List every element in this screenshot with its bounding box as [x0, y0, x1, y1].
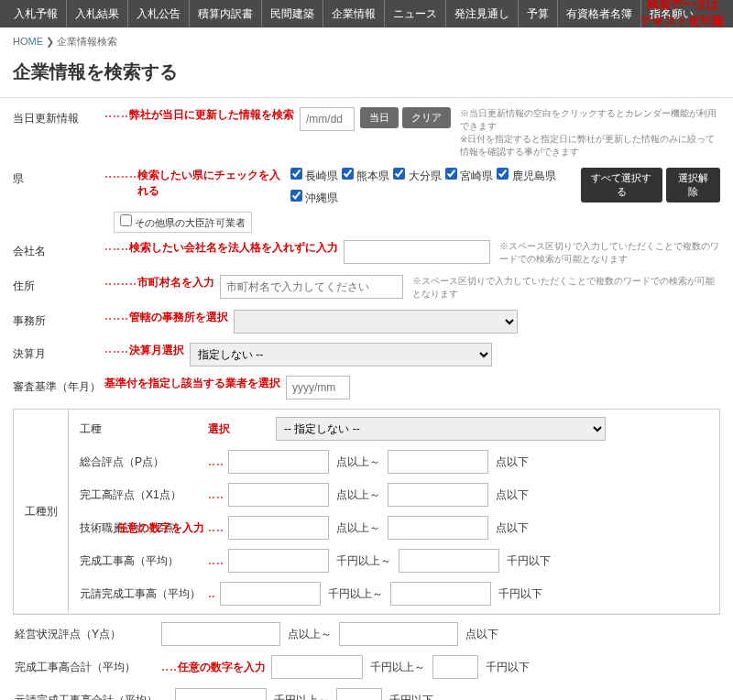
p-min[interactable] [228, 450, 329, 474]
y-max[interactable] [339, 622, 458, 646]
nav-item[interactable]: 入札結果 [67, 0, 128, 27]
hint-office: 管轄の事務所を選択 [129, 310, 228, 325]
office-select[interactable] [234, 310, 518, 334]
frame-side: 工種別 [14, 410, 69, 613]
breadcrumb-home[interactable]: HOME [13, 36, 43, 47]
nav-item[interactable]: 入札公告 [128, 0, 190, 27]
label-month: 決算月 [13, 343, 104, 362]
pref-check[interactable]: 宮崎県 [445, 168, 493, 184]
mt-min[interactable] [175, 688, 267, 700]
moto-min[interactable] [220, 582, 321, 606]
select-all-button[interactable]: すべて選択する [581, 168, 662, 202]
date-input[interactable] [300, 107, 355, 131]
label-update: 当日更新情報 [13, 107, 104, 126]
label-addr: 住所 [13, 275, 104, 294]
pref-check[interactable]: 沖縄県 [290, 190, 338, 206]
pref-check[interactable]: 熊本県 [342, 168, 389, 184]
pref-check[interactable]: 大分県 [393, 168, 441, 184]
nav-item[interactable]: 入札予報 [5, 0, 67, 27]
nav-item[interactable]: 積算内訳書 [190, 0, 262, 27]
hint-company: 検索したい会社名を法人格を入れずに入力 [129, 240, 338, 256]
nav-item[interactable]: ニュース [385, 0, 446, 27]
nav-item[interactable]: 企業情報 [323, 0, 385, 27]
kt-min[interactable] [271, 655, 363, 679]
pref-check[interactable]: 長崎県 [290, 168, 338, 184]
note-addr: ※スペース区切りで入力していただくことで複数のワードでの検索が可能となります [412, 275, 720, 301]
kt-max[interactable] [432, 655, 478, 679]
hint-addr: 市町村名を入力 [137, 275, 214, 290]
breadcrumb-current: 企業情報検索 [57, 36, 117, 47]
addr-input[interactable] [220, 275, 403, 299]
hint-update: 弊社が当日に更新した情報を検索 [129, 107, 294, 123]
z-min[interactable] [228, 516, 329, 540]
p-max[interactable] [388, 450, 488, 474]
other-pref-check[interactable]: その他県の大臣許可業者 [114, 212, 252, 233]
label-company: 会社名 [13, 240, 104, 259]
x1-max[interactable] [388, 483, 488, 507]
breadcrumb: HOME ❯ 企業情報検索 [0, 27, 733, 56]
note-update: ※当日更新情報の空白をクリックするとカレンダー機能が利用できます ※日付を指定す… [460, 107, 720, 159]
label-office: 事務所 [13, 310, 104, 329]
type-frame: 工種別 工種選択-- 指定しない -- 総合評点（P点）‥‥点以上～点以下 完工… [13, 409, 720, 615]
label-base: 審査基準（年月） [13, 376, 104, 395]
hint-pref: 検索したい県にチェックを入れる [137, 168, 285, 199]
today-button[interactable]: 当日 [360, 107, 399, 128]
hint-month: 決算月選択 [129, 343, 184, 358]
type-select[interactable]: -- 指定しない -- [276, 417, 606, 441]
top-nav: 入札予報 入札結果 入札公告 積算内訳書 民間建築 企業情報 ニュース 発注見通… [0, 0, 733, 27]
base-input[interactable] [286, 376, 350, 399]
hint-base: 基準付を指定し該当する業者を選択 [104, 376, 280, 391]
kan-max[interactable] [399, 549, 499, 573]
note-company: ※スペース区切りで入力していただくことで複数のワードでの検索が可能となります [499, 240, 720, 266]
pref-check[interactable]: 鹿児島県 [497, 168, 555, 184]
company-input[interactable] [344, 240, 490, 264]
z-max[interactable] [388, 516, 488, 540]
kan-min[interactable] [228, 549, 329, 573]
nav-item[interactable]: 民間建築 [262, 0, 323, 27]
x1-min[interactable] [228, 483, 329, 507]
clear-button[interactable]: クリア [402, 107, 451, 128]
y-min[interactable] [161, 622, 280, 646]
callout-csv: 検索データは テキスト化可能 [640, 0, 724, 29]
month-select[interactable]: 指定しない -- [190, 343, 492, 366]
page-title: 企業情報を検索する [0, 56, 733, 98]
nav-item[interactable]: 有資格者名簿 [558, 0, 641, 27]
deselect-button[interactable]: 選択解除 [666, 168, 720, 202]
moto-max[interactable] [390, 582, 491, 606]
label-pref: 県 [13, 168, 104, 187]
nav-item[interactable]: 発注見通し [446, 0, 519, 27]
nav-item[interactable]: 予算 [519, 0, 558, 27]
mt-max[interactable] [336, 688, 382, 700]
